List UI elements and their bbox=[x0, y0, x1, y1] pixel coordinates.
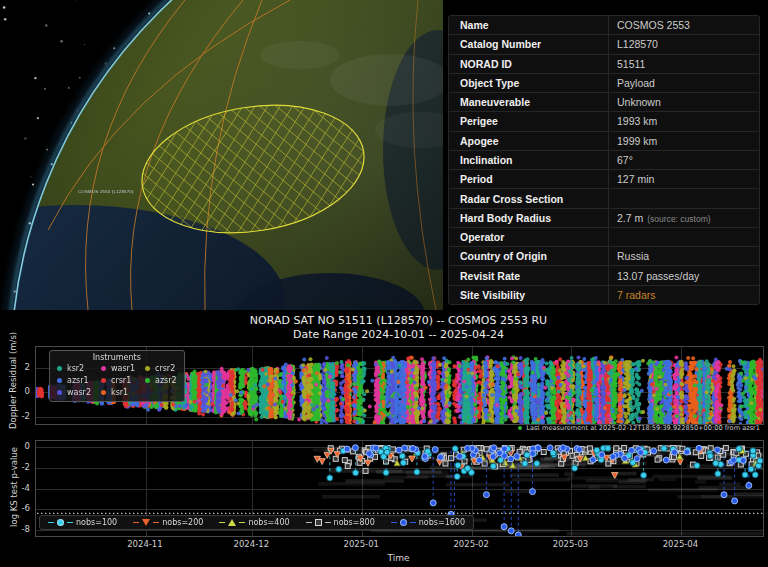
table-row: Revisit Rate13.07 passes/day bbox=[449, 266, 759, 285]
row-value-text: 7 radars bbox=[617, 289, 656, 301]
row-value-text: Russia bbox=[617, 250, 649, 262]
nobs-legend-item: nobs=200 bbox=[133, 518, 203, 527]
dash-icon bbox=[239, 522, 245, 523]
row-value: Payload bbox=[609, 77, 759, 89]
table-row: Apogee1999 km bbox=[449, 132, 759, 151]
table-row: Inclination67° bbox=[449, 151, 759, 170]
y-axis-tick: -2 bbox=[2, 411, 30, 421]
x-axis-tick: 2025-01 bbox=[331, 539, 391, 549]
ks-pvalue-panel: nobs=100nobs=200nobs=400nobs=800nobs=160… bbox=[35, 440, 764, 537]
x-axis-tick: 2025-03 bbox=[540, 539, 600, 549]
row-value: 67° bbox=[609, 154, 759, 166]
legend-column: wasr1crsr1ksr1 bbox=[101, 363, 135, 398]
globe-canvas: COSMOS 2553 (L128570) bbox=[0, 0, 443, 310]
satellite-label: COSMOS 2553 (L128570) bbox=[78, 189, 134, 194]
triangle-down-marker-icon bbox=[142, 519, 150, 526]
row-value: 2.7 m(source: custom) bbox=[609, 212, 759, 224]
table-row: Perigee1993 km bbox=[449, 112, 759, 131]
legend-marker-icon bbox=[57, 366, 62, 371]
row-label: Site Visibility bbox=[449, 286, 609, 304]
legend-title: Instruments bbox=[57, 353, 177, 362]
y-axis-tick: -6 bbox=[2, 503, 30, 513]
dash-icon bbox=[306, 522, 312, 523]
dash-icon bbox=[67, 522, 73, 523]
legend-item-label: crsr2 bbox=[155, 363, 175, 374]
triangle-up-marker-icon bbox=[228, 519, 236, 526]
table-row: NORAD ID51511 bbox=[449, 55, 759, 74]
chart-title: NORAD SAT NO 51511 (L128570) -- COSMOS 2… bbox=[35, 314, 762, 327]
row-label: Period bbox=[449, 170, 609, 188]
row-value-text: 51511 bbox=[617, 58, 645, 70]
row-value-text: 13.07 passes/day bbox=[617, 270, 699, 282]
legend-item: crsr2 bbox=[145, 363, 177, 374]
row-label: Perigee bbox=[449, 112, 609, 130]
dash-icon bbox=[325, 522, 331, 523]
row-value: Russia bbox=[609, 250, 759, 262]
row-label: Radar Cross Section bbox=[449, 189, 609, 207]
dash-icon bbox=[219, 522, 225, 523]
legend-column: ksr2azsr1wasr2 bbox=[57, 363, 91, 398]
dash-icon bbox=[391, 522, 397, 523]
row-value: 1999 km bbox=[609, 135, 759, 147]
legend-item-label: wasr1 bbox=[111, 363, 135, 374]
row-value: 1993 km bbox=[609, 115, 759, 127]
row-value: L128570 bbox=[609, 38, 759, 50]
legend-item-label: wasr2 bbox=[67, 387, 91, 398]
legend-marker-icon bbox=[57, 390, 62, 395]
row-value-text: L128570 bbox=[617, 38, 658, 50]
row-value-text: Unknown bbox=[617, 96, 661, 108]
nobs-label: nobs=200 bbox=[162, 518, 203, 527]
circle-marker-icon bbox=[57, 519, 64, 526]
satellite-tracking-app: COSMOS 2553 (L128570) NameCOSMOS 2553Cat… bbox=[0, 0, 768, 567]
table-row: Operator bbox=[449, 228, 759, 247]
circle-marker-icon bbox=[400, 519, 407, 526]
legend-item-label: crsr1 bbox=[111, 375, 131, 386]
row-label: Country of Origin bbox=[449, 247, 609, 265]
row-value: 51511 bbox=[609, 58, 759, 70]
satellite-info-table: NameCOSMOS 2553Catalog NumberL128570NORA… bbox=[448, 15, 760, 305]
row-value: Unknown bbox=[609, 96, 759, 108]
table-row: NameCOSMOS 2553 bbox=[449, 16, 759, 35]
row-label: Object Type bbox=[449, 74, 609, 92]
row-label: Apogee bbox=[449, 132, 609, 150]
row-label: Name bbox=[449, 16, 609, 34]
legend-item-label: ksr1 bbox=[111, 387, 128, 398]
nobs-legend-item: nobs=400 bbox=[219, 518, 289, 527]
nobs-legend: nobs=100nobs=200nobs=400nobs=800nobs=160… bbox=[39, 515, 474, 530]
table-row: Country of OriginRussia bbox=[449, 247, 759, 266]
x-axis-tick: 2024-11 bbox=[115, 539, 175, 549]
globe-view[interactable]: COSMOS 2553 (L128570) bbox=[0, 0, 443, 310]
nobs-label: nobs=400 bbox=[248, 518, 289, 527]
legend-item: wasr2 bbox=[57, 387, 91, 398]
legend-item: azsr1 bbox=[57, 375, 91, 386]
y-axis-tick: 0 bbox=[2, 386, 30, 396]
legend-marker-icon bbox=[145, 378, 150, 383]
nobs-label: nobs=800 bbox=[334, 518, 375, 527]
nobs-legend-item: nobs=800 bbox=[306, 518, 375, 527]
y-axis-tick: 2 bbox=[2, 362, 30, 372]
row-value-text: 2.7 m bbox=[617, 212, 643, 224]
table-row: ManeuverableUnknown bbox=[449, 93, 759, 112]
row-value: 13.07 passes/day bbox=[609, 270, 759, 282]
table-row: Object TypePayload bbox=[449, 74, 759, 93]
row-value[interactable]: 7 radars bbox=[609, 289, 759, 301]
x-axis-tick: 2025-04 bbox=[650, 539, 710, 549]
annotation-text: Last measurement at 2025-02-12T18:59:39.… bbox=[526, 424, 760, 432]
row-label: Catalog Number bbox=[449, 35, 609, 53]
square-marker-icon bbox=[315, 519, 322, 526]
row-label: Revisit Rate bbox=[449, 266, 609, 284]
dash-icon bbox=[410, 522, 416, 523]
dash-icon bbox=[153, 522, 159, 523]
instruments-legend: Instruments ksr2azsr1wasr2wasr1crsr1ksr1… bbox=[49, 350, 185, 402]
x-axis-tick: 2025-02 bbox=[441, 539, 501, 549]
legend-column: crsr2azsr2 bbox=[145, 363, 177, 398]
row-value-note: (source: custom) bbox=[647, 214, 710, 224]
legend-marker-icon bbox=[101, 390, 106, 395]
row-value-text: Payload bbox=[617, 77, 655, 89]
legend-item-label: azsr1 bbox=[67, 375, 89, 386]
legend-item-label: azsr2 bbox=[155, 375, 177, 386]
row-value: 127 min bbox=[609, 173, 759, 185]
table-row: Site Visibility7 radars bbox=[449, 286, 759, 304]
legend-marker-icon bbox=[101, 366, 106, 371]
legend-item: ksr2 bbox=[57, 363, 91, 374]
